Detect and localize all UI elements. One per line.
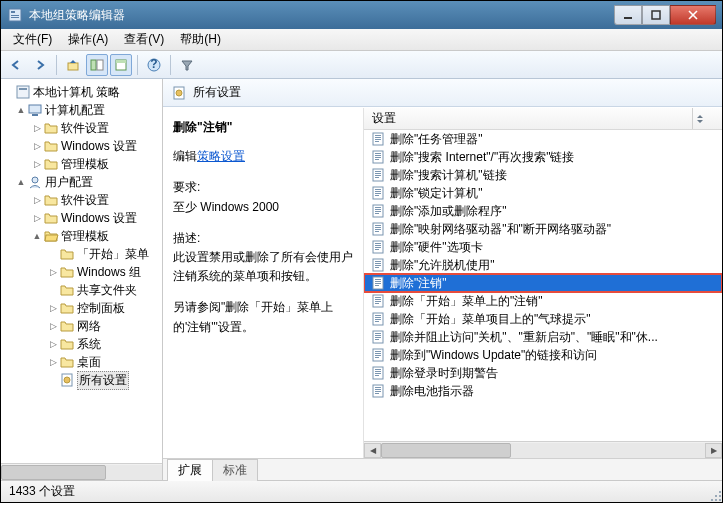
- selected-setting-title: 删除"注销": [173, 118, 355, 137]
- list-item-label: 删除"锁定计算机": [390, 185, 483, 202]
- list-item[interactable]: 删除"允许脱机使用": [364, 256, 722, 274]
- tree-item[interactable]: ▷软件设置: [1, 191, 162, 209]
- menu-file[interactable]: 文件(F): [5, 29, 60, 50]
- list-item[interactable]: 删除"任务管理器": [364, 130, 722, 148]
- list-item[interactable]: 删除并阻止访问"关机"、"重新启动"、"睡眠"和"休...: [364, 328, 722, 346]
- tab-standard[interactable]: 标准: [212, 459, 258, 481]
- details-header: 所有设置: [163, 79, 722, 107]
- column-header[interactable]: 设置: [364, 108, 722, 130]
- folder-icon: [43, 138, 59, 154]
- tree-item[interactable]: ▷软件设置: [1, 119, 162, 137]
- list-item-label: 删除并阻止访问"关机"、"重新启动"、"睡眠"和"休...: [390, 329, 658, 346]
- filter-button[interactable]: [176, 54, 198, 76]
- close-button[interactable]: [670, 5, 716, 25]
- svg-rect-87: [375, 355, 381, 356]
- tree-item[interactable]: ▷系统: [1, 335, 162, 353]
- description-label: 描述:: [173, 229, 355, 248]
- list-item[interactable]: 删除到"Windows Update"的链接和访问: [364, 346, 722, 364]
- up-button[interactable]: [62, 54, 84, 76]
- svg-rect-68: [375, 285, 379, 286]
- list-item[interactable]: 删除"映射网络驱动器"和"断开网络驱动器": [364, 220, 722, 238]
- scroll-right-button[interactable]: ▶: [705, 443, 722, 458]
- svg-rect-99: [719, 491, 721, 493]
- tree-item[interactable]: ▷管理模板: [1, 155, 162, 173]
- tree-item[interactable]: ▷Windows 设置: [1, 137, 162, 155]
- menu-help[interactable]: 帮助(H): [172, 29, 229, 50]
- back-button[interactable]: [5, 54, 27, 76]
- tree-computer-config[interactable]: ▲计算机配置: [1, 101, 162, 119]
- svg-rect-104: [719, 499, 721, 501]
- tree[interactable]: ▶本地计算机 策略 ▲计算机配置 ▷软件设置 ▷Windows 设置 ▷管理模板…: [1, 79, 162, 463]
- tab-strip: 扩展 标准: [163, 458, 722, 480]
- titlebar[interactable]: 本地组策略编辑器: [1, 1, 722, 29]
- svg-rect-93: [375, 375, 379, 376]
- list-item-label: 删除"添加或删除程序": [390, 203, 507, 220]
- list-item[interactable]: 删除「开始」菜单上的"注销": [364, 292, 722, 310]
- svg-rect-10: [97, 60, 103, 70]
- list-item[interactable]: 删除"注销": [364, 274, 722, 292]
- minimize-button[interactable]: [614, 5, 642, 25]
- scroll-track[interactable]: [381, 443, 705, 458]
- list-item[interactable]: 删除"搜索 Internet"/"再次搜索"链接: [364, 148, 722, 166]
- list-hscroll[interactable]: ◀ ▶: [364, 441, 722, 458]
- maximize-button[interactable]: [642, 5, 670, 25]
- list-item[interactable]: 删除「开始」菜单项目上的"气球提示": [364, 310, 722, 328]
- tree-admin-templates[interactable]: ▲管理模板: [1, 227, 162, 245]
- requirements-label: 要求:: [173, 178, 355, 197]
- policy-item-icon: [370, 347, 386, 363]
- tree-item[interactable]: ▷网络: [1, 317, 162, 335]
- tree-hscroll[interactable]: [1, 463, 162, 480]
- svg-rect-60: [375, 261, 381, 262]
- svg-rect-77: [375, 319, 381, 320]
- list-item[interactable]: 删除登录时到期警告: [364, 364, 722, 382]
- list-item[interactable]: 删除"硬件"选项卡: [364, 238, 722, 256]
- edit-policy-link[interactable]: 策略设置: [197, 149, 245, 163]
- svg-rect-25: [375, 135, 381, 136]
- help-button[interactable]: ?: [143, 54, 165, 76]
- svg-rect-103: [715, 499, 717, 501]
- scroll-thumb[interactable]: [381, 443, 511, 458]
- folder-icon: [59, 354, 75, 370]
- tree-item[interactable]: ▷桌面: [1, 353, 162, 371]
- column-resizer[interactable]: [692, 108, 706, 129]
- svg-rect-35: [375, 171, 381, 172]
- list-item[interactable]: 删除电池指示器: [364, 382, 722, 400]
- forward-button[interactable]: [29, 54, 51, 76]
- svg-rect-90: [375, 369, 381, 370]
- menu-view[interactable]: 查看(V): [116, 29, 172, 50]
- resize-grip-icon[interactable]: [711, 491, 723, 503]
- policy-item-icon: [370, 203, 386, 219]
- svg-rect-12: [116, 60, 126, 63]
- folder-icon: [59, 300, 75, 316]
- list-item[interactable]: 删除"添加或删除程序": [364, 202, 722, 220]
- properties-button[interactable]: [110, 54, 132, 76]
- svg-rect-17: [29, 105, 41, 113]
- policy-item-icon: [370, 365, 386, 381]
- tree-item[interactable]: ▷Windows 设置: [1, 209, 162, 227]
- svg-rect-41: [375, 191, 381, 192]
- tree-all-settings[interactable]: ▷所有设置: [1, 371, 162, 389]
- settings-list[interactable]: 删除"任务管理器"删除"搜索 Internet"/"再次搜索"链接删除"搜索计算…: [364, 130, 722, 441]
- svg-rect-83: [375, 339, 379, 340]
- menu-action[interactable]: 操作(A): [60, 29, 116, 50]
- separator: [56, 55, 57, 75]
- list-item-label: 删除「开始」菜单项目上的"气球提示": [390, 311, 591, 328]
- svg-rect-27: [375, 139, 381, 140]
- tab-extended[interactable]: 扩展: [167, 459, 213, 481]
- svg-rect-73: [375, 303, 379, 304]
- details-title: 所有设置: [193, 84, 241, 101]
- policy-item-icon: [370, 311, 386, 327]
- scroll-left-button[interactable]: ◀: [364, 443, 381, 458]
- list-item[interactable]: 删除"锁定计算机": [364, 184, 722, 202]
- svg-rect-56: [375, 245, 381, 246]
- tree-item[interactable]: ▷共享文件夹: [1, 281, 162, 299]
- tree-user-config[interactable]: ▲用户配置: [1, 173, 162, 191]
- show-hide-tree-button[interactable]: [86, 54, 108, 76]
- tree-root[interactable]: ▶本地计算机 策略: [1, 83, 162, 101]
- window-title: 本地组策略编辑器: [29, 7, 614, 24]
- list-item[interactable]: 删除"搜索计算机"链接: [364, 166, 722, 184]
- tree-item[interactable]: ▷控制面板: [1, 299, 162, 317]
- status-text: 1433 个设置: [9, 483, 75, 500]
- tree-item[interactable]: ▷Windows 组: [1, 263, 162, 281]
- tree-item[interactable]: ▷「开始」菜单: [1, 245, 162, 263]
